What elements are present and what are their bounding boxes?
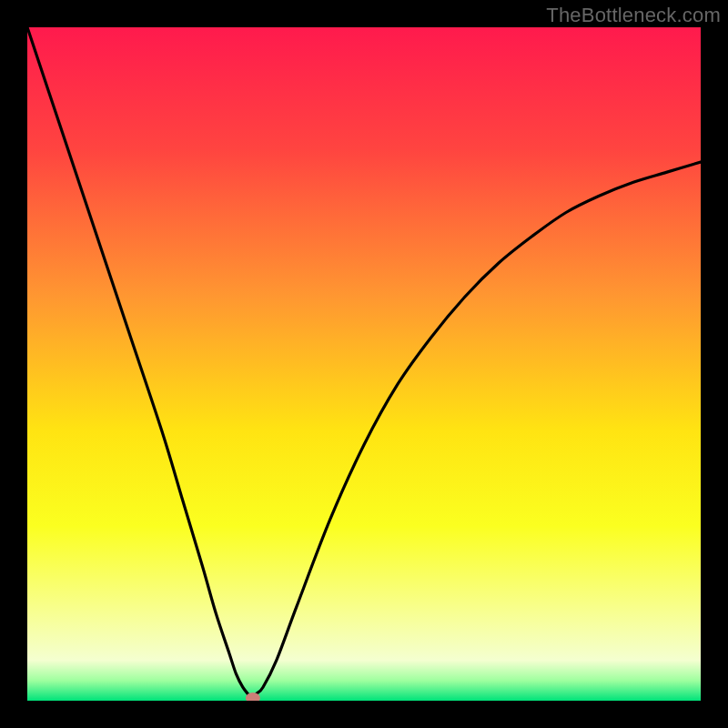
plot-area (27, 27, 701, 701)
curve-svg (27, 27, 701, 701)
chart-container: TheBottleneck.com (0, 0, 728, 728)
watermark-text: TheBottleneck.com (546, 4, 721, 27)
bottleneck-curve (27, 27, 701, 701)
